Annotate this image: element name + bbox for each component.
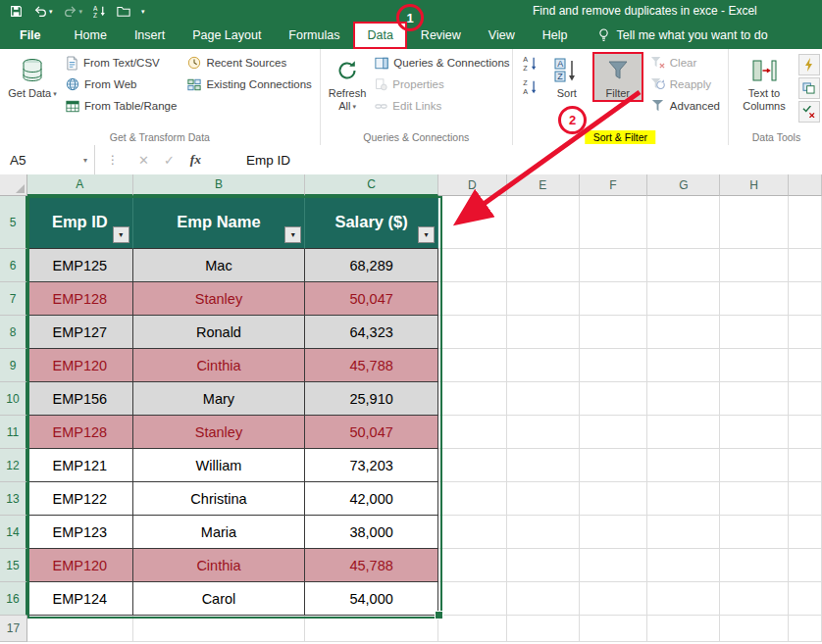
cell-G17[interactable] xyxy=(647,616,720,642)
recent-sources-button[interactable]: Recent Sources xyxy=(183,52,290,74)
cell-offscreen10[interactable] xyxy=(789,382,822,416)
from-text-csv-button[interactable]: From Text/CSV xyxy=(62,52,164,74)
cell-C15[interactable]: 45,788 xyxy=(305,549,438,582)
cell-F12[interactable] xyxy=(580,449,648,482)
cell-C10[interactable]: 25,910 xyxy=(305,382,438,416)
cell-C14[interactable]: 38,000 xyxy=(305,516,438,549)
filter-dropdown-salary[interactable]: ▾ xyxy=(418,226,435,243)
sort-az-ascending-button[interactable]: AZ xyxy=(519,52,541,75)
formula-bar-value[interactable]: Emp ID xyxy=(246,153,290,168)
column-header-E[interactable]: E xyxy=(507,174,580,196)
cell-E13[interactable] xyxy=(507,482,580,516)
cell-H5[interactable] xyxy=(720,196,789,249)
advanced-filter-button[interactable]: Advanced xyxy=(646,95,724,117)
cell-H13[interactable] xyxy=(720,482,789,516)
sort-button[interactable]: AZ Sort xyxy=(544,52,590,102)
cell-C9[interactable]: 45,788 xyxy=(305,349,438,382)
customize-qat-icon[interactable]: ▾ xyxy=(141,8,145,15)
cell-H10[interactable] xyxy=(720,382,789,416)
properties-button[interactable]: Properties xyxy=(371,74,447,95)
tab-help[interactable]: Help xyxy=(529,22,582,49)
remove-duplicates-icon[interactable] xyxy=(798,77,820,99)
redo-icon[interactable]: ▾ xyxy=(64,5,83,17)
cell-C12[interactable]: 73,203 xyxy=(305,449,438,482)
cell-offscreen6[interactable] xyxy=(789,249,822,282)
cell-G11[interactable] xyxy=(647,416,720,449)
row-header-14[interactable]: 14 xyxy=(0,516,27,549)
cell-G13[interactable] xyxy=(647,482,720,516)
column-header-C[interactable]: C xyxy=(305,174,438,196)
cell-F16[interactable] xyxy=(580,582,648,616)
cell-H6[interactable] xyxy=(720,249,789,282)
cell-A11[interactable]: EMP128 xyxy=(27,416,133,449)
cell-B17[interactable] xyxy=(133,616,306,642)
row-header-17[interactable]: 17 xyxy=(0,616,27,642)
cell-D13[interactable] xyxy=(438,482,507,516)
refresh-all-button[interactable]: Refresh All▾ xyxy=(327,52,369,115)
cell-offscreen11[interactable] xyxy=(789,416,822,449)
cell-B9[interactable]: Cinthia xyxy=(133,349,306,382)
cell-B11[interactable]: Stanley xyxy=(133,416,306,449)
cell-E15[interactable] xyxy=(507,549,580,582)
cell-B7[interactable]: Stanley xyxy=(133,282,306,316)
row-header-5[interactable]: 5 xyxy=(0,196,27,249)
cell-A9[interactable]: EMP120 xyxy=(27,349,133,382)
row-header-6[interactable]: 6 xyxy=(0,249,27,282)
cell-H11[interactable] xyxy=(720,416,789,449)
cell-C13[interactable]: 42,000 xyxy=(305,482,438,516)
column-header-H[interactable]: H xyxy=(720,174,789,196)
tab-page-layout[interactable]: Page Layout xyxy=(179,22,275,49)
cell-E9[interactable] xyxy=(507,349,580,382)
insert-function-icon[interactable]: fx xyxy=(190,152,201,168)
cell-offscreen12[interactable] xyxy=(789,449,822,482)
formula-bar-divider[interactable]: ⋮ xyxy=(107,153,119,167)
cell-G10[interactable] xyxy=(647,382,720,416)
cell-B5[interactable]: Emp Name▾ xyxy=(133,196,306,249)
cell-A7[interactable]: EMP128 xyxy=(27,282,133,316)
cell-C16[interactable]: 54,000 xyxy=(305,582,438,616)
from-table-range-button[interactable]: From Table/Range xyxy=(62,95,180,117)
cell-C5[interactable]: Salary ($)▾ xyxy=(305,196,438,249)
cell-H17[interactable] xyxy=(720,616,789,642)
cell-C17[interactable] xyxy=(305,616,438,642)
cell-G15[interactable] xyxy=(647,549,720,582)
cell-C6[interactable]: 68,289 xyxy=(305,249,438,282)
text-to-columns-button[interactable]: Text to Columns xyxy=(735,52,794,115)
sort-za-descending-button[interactable]: ZA xyxy=(519,75,541,99)
cell-G14[interactable] xyxy=(647,516,720,549)
cell-offscreen5[interactable] xyxy=(789,196,822,249)
cell-H7[interactable] xyxy=(720,282,789,316)
open-file-icon[interactable] xyxy=(117,5,130,17)
cell-H12[interactable] xyxy=(720,449,789,482)
flash-fill-icon[interactable] xyxy=(798,54,820,75)
cell-D5[interactable] xyxy=(438,196,507,249)
cell-D16[interactable] xyxy=(438,582,507,616)
row-header-9[interactable]: 9 xyxy=(0,349,27,382)
column-header-partial[interactable] xyxy=(789,174,822,196)
tab-formulas[interactable]: Formulas xyxy=(275,22,353,49)
cell-D10[interactable] xyxy=(438,382,507,416)
cell-F11[interactable] xyxy=(580,416,648,449)
cell-E17[interactable] xyxy=(507,616,580,642)
cell-offscreen7[interactable] xyxy=(789,282,822,316)
cell-F17[interactable] xyxy=(580,616,648,642)
column-header-D[interactable]: D xyxy=(438,174,507,196)
select-all-button[interactable] xyxy=(0,174,27,196)
column-header-B[interactable]: B xyxy=(133,174,306,196)
cell-E14[interactable] xyxy=(507,516,580,549)
cell-F6[interactable] xyxy=(580,249,648,282)
cell-offscreen16[interactable] xyxy=(789,582,822,616)
from-web-button[interactable]: From Web xyxy=(62,74,140,95)
cell-D14[interactable] xyxy=(438,516,507,549)
cell-G6[interactable] xyxy=(647,249,720,282)
row-header-8[interactable]: 8 xyxy=(0,316,27,349)
name-box-caret-icon[interactable]: ▾ xyxy=(83,156,87,165)
cell-offscreen15[interactable] xyxy=(789,549,822,582)
cell-offscreen13[interactable] xyxy=(789,482,822,516)
tell-me-box[interactable]: Tell me what you want to do xyxy=(598,22,767,49)
tab-insert[interactable]: Insert xyxy=(121,22,179,49)
tab-view[interactable]: View xyxy=(475,22,529,49)
cell-G8[interactable] xyxy=(647,316,720,349)
cell-A12[interactable]: EMP121 xyxy=(27,449,133,482)
edit-links-button[interactable]: Edit Links xyxy=(371,95,445,117)
